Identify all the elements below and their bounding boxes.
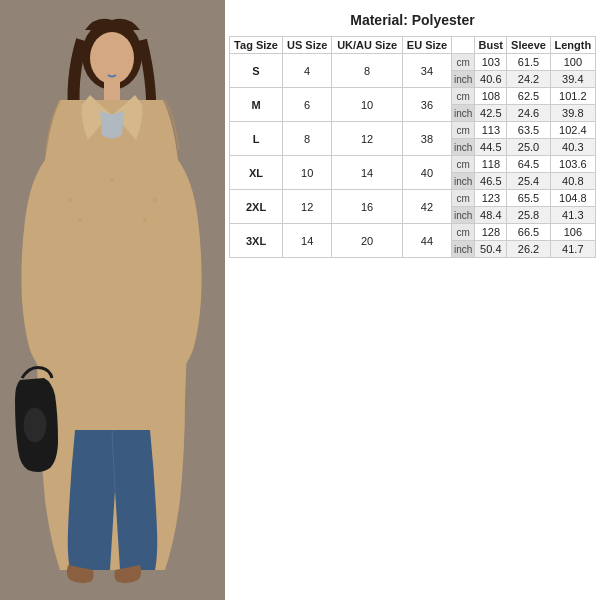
sleeve-inch: 25.4: [507, 173, 550, 190]
length-cm: 103.6: [550, 156, 595, 173]
ukau-size-val: 20: [332, 224, 403, 258]
sleeve-cm: 64.5: [507, 156, 550, 173]
ukau-size-val: 10: [332, 88, 403, 122]
header-unit: [452, 37, 475, 54]
length-cm: 106: [550, 224, 595, 241]
sleeve-cm: 66.5: [507, 224, 550, 241]
sleeve-inch: 24.6: [507, 105, 550, 122]
size-tag: S: [230, 54, 283, 88]
size-chart-table: Tag Size US Size UK/AU Size EU Size Bust…: [229, 36, 596, 258]
unit-cm: cm: [452, 190, 475, 207]
unit-inch: inch: [452, 139, 475, 156]
unit-cm: cm: [452, 54, 475, 71]
sleeve-cm: 62.5: [507, 88, 550, 105]
eu-size-val: 36: [402, 88, 451, 122]
bust-cm: 108: [475, 88, 507, 105]
product-image: [0, 0, 225, 600]
header-bust: Bust: [475, 37, 507, 54]
svg-point-11: [110, 178, 114, 182]
header-sleeve: Sleeve: [507, 37, 550, 54]
bust-inch: 42.5: [475, 105, 507, 122]
bust-cm: 113: [475, 122, 507, 139]
bust-inch: 40.6: [475, 71, 507, 88]
ukau-size-val: 14: [332, 156, 403, 190]
sleeve-inch: 24.2: [507, 71, 550, 88]
svg-rect-4: [104, 82, 120, 102]
us-size-val: 12: [283, 190, 332, 224]
length-inch: 40.3: [550, 139, 595, 156]
length-inch: 39.4: [550, 71, 595, 88]
svg-point-7: [68, 198, 72, 202]
unit-cm: cm: [452, 224, 475, 241]
eu-size-val: 44: [402, 224, 451, 258]
length-cm: 104.8: [550, 190, 595, 207]
unit-inch: inch: [452, 105, 475, 122]
svg-point-8: [78, 218, 82, 222]
header-us-size: US Size: [283, 37, 332, 54]
bust-inch: 46.5: [475, 173, 507, 190]
length-inch: 41.3: [550, 207, 595, 224]
svg-point-9: [153, 198, 157, 202]
eu-size-val: 42: [402, 190, 451, 224]
header-ukau-size: UK/AU Size: [332, 37, 403, 54]
header-length: Length: [550, 37, 595, 54]
ukau-size-val: 12: [332, 122, 403, 156]
bust-cm: 128: [475, 224, 507, 241]
unit-inch: inch: [452, 71, 475, 88]
size-tag: L: [230, 122, 283, 156]
svg-point-10: [143, 218, 147, 222]
bust-inch: 48.4: [475, 207, 507, 224]
unit-cm: cm: [452, 88, 475, 105]
eu-size-val: 40: [402, 156, 451, 190]
eu-size-val: 38: [402, 122, 451, 156]
us-size-val: 8: [283, 122, 332, 156]
length-inch: 41.7: [550, 241, 595, 258]
sleeve-cm: 63.5: [507, 122, 550, 139]
sleeve-cm: 61.5: [507, 54, 550, 71]
size-tag: 3XL: [230, 224, 283, 258]
sleeve-inch: 26.2: [507, 241, 550, 258]
size-tag: XL: [230, 156, 283, 190]
bust-inch: 44.5: [475, 139, 507, 156]
length-inch: 40.8: [550, 173, 595, 190]
sleeve-inch: 25.0: [507, 139, 550, 156]
header-eu-size: EU Size: [402, 37, 451, 54]
bust-cm: 123: [475, 190, 507, 207]
us-size-val: 6: [283, 88, 332, 122]
size-chart-panel: Material: Polyester Tag Size US Size UK/…: [225, 0, 600, 600]
sleeve-inch: 25.8: [507, 207, 550, 224]
length-inch: 39.8: [550, 105, 595, 122]
ukau-size-val: 16: [332, 190, 403, 224]
bust-cm: 118: [475, 156, 507, 173]
unit-inch: inch: [452, 241, 475, 258]
unit-cm: cm: [452, 122, 475, 139]
size-tag: M: [230, 88, 283, 122]
header-tag-size: Tag Size: [230, 37, 283, 54]
length-cm: 101.2: [550, 88, 595, 105]
length-cm: 100: [550, 54, 595, 71]
unit-inch: inch: [452, 173, 475, 190]
ukau-size-val: 8: [332, 54, 403, 88]
eu-size-val: 34: [402, 54, 451, 88]
bust-inch: 50.4: [475, 241, 507, 258]
unit-cm: cm: [452, 156, 475, 173]
length-cm: 102.4: [550, 122, 595, 139]
bust-cm: 103: [475, 54, 507, 71]
us-size-val: 10: [283, 156, 332, 190]
unit-inch: inch: [452, 207, 475, 224]
us-size-val: 4: [283, 54, 332, 88]
material-title: Material: Polyester: [229, 6, 596, 36]
us-size-val: 14: [283, 224, 332, 258]
sleeve-cm: 65.5: [507, 190, 550, 207]
svg-point-6: [23, 407, 47, 443]
size-tag: 2XL: [230, 190, 283, 224]
